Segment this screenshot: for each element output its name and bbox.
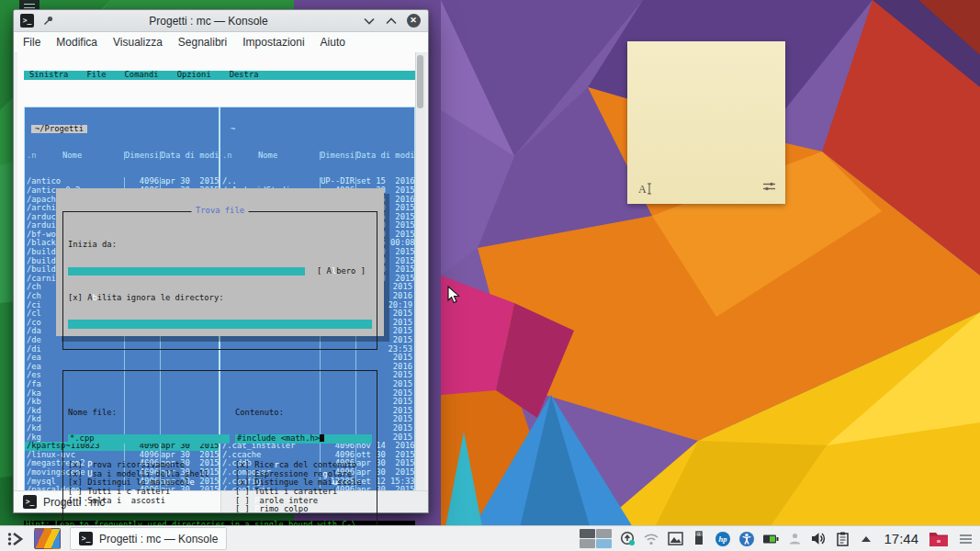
pager-desktop-2[interactable]: [596, 529, 612, 538]
volume-icon[interactable]: [810, 531, 827, 547]
desktop-preview-thumbnail[interactable]: [34, 528, 61, 549]
checkbox-state: [x]: [68, 461, 87, 470]
label-post: olare: [328, 470, 352, 479]
red-folder-icon[interactable]: [928, 529, 950, 549]
ignore-dirs-checkbox[interactable]: [x] Abilita ignora le directory:: [68, 294, 372, 303]
checkbox-state: [x]: [68, 478, 87, 488]
terminal-view[interactable]: SinistraFileComandiOpzioniDestra ~/Proge…: [17, 52, 425, 492]
menu-item[interactable]: Aiuto: [321, 36, 345, 49]
taskbar: >_ Progetti : mc — Konsole: [0, 525, 980, 551]
checkbox-option[interactable]: [ ] Tutti i caratteri: [235, 488, 372, 497]
expand-tray-icon[interactable]: [858, 531, 874, 547]
menu-item[interactable]: Visualizza: [113, 36, 163, 49]
checkbox-option[interactable]: [ ] Primo colpo: [235, 505, 372, 514]
checkbox-option[interactable]: [x] Distingue le maiuscole: [235, 478, 372, 488]
column-size[interactable]: Dimensi: [124, 152, 160, 161]
right-panel-path[interactable]: ~: [227, 125, 239, 134]
tree-button[interactable]: [ Albero ]: [317, 267, 366, 276]
sticky-note-widget[interactable]: A: [627, 41, 785, 204]
label-post: ascosti: [131, 497, 165, 506]
note-settings-icon[interactable]: [762, 179, 776, 196]
content-input[interactable]: #include <math.h>: [235, 434, 372, 444]
label-pre: Tutti i caratteri: [254, 488, 337, 497]
scrollbar-thumb[interactable]: [417, 55, 423, 108]
mc-menu-item[interactable]: Destra: [230, 71, 259, 80]
note-text-cursor[interactable]: A: [638, 183, 652, 197]
column-size[interactable]: Dimensi: [320, 152, 355, 161]
checkbox-state: [ ]: [68, 488, 87, 497]
mc-menu-item[interactable]: File: [86, 71, 106, 80]
menu-item[interactable]: Modifica: [56, 36, 97, 49]
checkbox-option[interactable]: [ ] Parole intere: [235, 497, 372, 506]
column-date[interactable]: Data di modi: [355, 152, 414, 161]
checkbox-option[interactable]: [x] Prova ricorsivamente: [68, 461, 230, 470]
pager-desktop-3[interactable]: [580, 539, 595, 548]
column-name[interactable]: Nome: [39, 152, 124, 161]
user-idle-icon[interactable]: [786, 531, 803, 547]
window-titlebar[interactable]: >_ Progetti : mc — Konsole ✕: [14, 10, 428, 32]
checkbox-option[interactable]: [ ] Tutti i caratteri: [68, 488, 230, 497]
checkbox-option[interactable]: [x] Ricerca del contenuto: [235, 461, 372, 470]
hamburger-menu-icon[interactable]: [957, 531, 974, 547]
left-panel-header[interactable]: .n Nome Dimensi Data di modi: [25, 152, 219, 161]
filename-input[interactable]: *.cpp: [68, 434, 230, 444]
clipboard-icon[interactable]: [834, 531, 850, 547]
dialog-text-cursor: [320, 434, 324, 442]
mc-menu-item[interactable]: Sinistra: [29, 71, 68, 80]
checkbox-state: [ ]: [235, 497, 254, 506]
file-row[interactable]: /..UP--DIRset 15 2016: [220, 177, 414, 186]
close-button[interactable]: ✕: [405, 13, 422, 29]
checkbox-option[interactable]: [ ] Espressione regolare: [235, 470, 372, 479]
midnight-commander: SinistraFileComandiOpzioniDestra ~/Proge…: [24, 53, 415, 551]
label-post: sa i modelli della shell: [92, 470, 208, 479]
battery-icon[interactable]: [762, 531, 779, 547]
usb-device-icon[interactable]: [691, 531, 707, 547]
app-launcher-button[interactable]: [5, 528, 27, 550]
sort-indicator: .n: [25, 152, 39, 161]
accessibility-icon[interactable]: [738, 531, 755, 547]
mc-menu-item[interactable]: Comandi: [125, 71, 159, 80]
file-size: 4096: [124, 177, 160, 186]
task-label: Progetti : mc — Konsole: [99, 533, 218, 545]
column-name[interactable]: Nome: [234, 152, 320, 161]
checkbox-state: [ ]: [235, 470, 254, 479]
maximize-button[interactable]: [383, 13, 400, 29]
menu-item[interactable]: File: [23, 36, 40, 49]
checkbox-option[interactable]: [ ] Salta i nascosti: [68, 497, 230, 506]
dialog-start-section: Trova file Inizia da: [ Albero ] [x] Abi…: [62, 211, 377, 350]
sort-indicator: .n: [220, 152, 234, 161]
minimize-button[interactable]: [361, 13, 377, 29]
konsole-app-icon: >_: [20, 14, 34, 28]
pager-desktop-1[interactable]: [580, 529, 595, 538]
label-post: ratteri: [136, 488, 170, 497]
right-panel-header[interactable]: .n Nome Dimensi Data di modi: [220, 152, 414, 161]
hp-device-icon[interactable]: hp: [715, 531, 731, 547]
updates-icon[interactable]: [619, 531, 636, 547]
ignore-dirs-input[interactable]: [68, 320, 372, 329]
taskbar-clock[interactable]: 17:44: [884, 531, 918, 546]
virtual-desktop-pager[interactable]: [580, 529, 612, 548]
menu-item[interactable]: Segnalibri: [178, 36, 227, 49]
checkbox-state: [x]: [68, 470, 87, 479]
label-post: scole: [337, 478, 361, 488]
left-panel-path[interactable]: ~/Progetti: [31, 125, 87, 134]
terminal-scrollbar[interactable]: [415, 52, 425, 492]
start-dir-input[interactable]: [68, 267, 305, 276]
checkbox-state: [x]: [68, 294, 87, 303]
column-date[interactable]: Data di modi: [160, 152, 219, 161]
checkbox-option[interactable]: [x] Distingui le maiuscole: [68, 478, 230, 488]
wifi-icon[interactable]: [643, 531, 659, 547]
taskbar-task-konsole[interactable]: >_ Progetti : mc — Konsole: [70, 527, 227, 550]
desktop: A >_ Progetti : mc — Konsole ✕ FileModif…: [0, 0, 980, 551]
label-post: arole intere: [259, 497, 318, 506]
label-pre: Salta i: [87, 497, 126, 506]
pin-keep-above-icon[interactable]: [39, 13, 56, 29]
file-row[interactable]: /antico4096apr 30 2015: [25, 177, 219, 186]
filename-label: Nome file:: [68, 409, 230, 418]
menu-item[interactable]: Impostazioni: [242, 36, 304, 49]
mc-menu-item[interactable]: Opzioni: [177, 71, 211, 80]
label-post: ca del contenuto: [279, 461, 357, 470]
image-frame-icon[interactable]: [667, 531, 683, 547]
checkbox-option[interactable]: [x] Usa i modelli della shell: [68, 470, 230, 479]
pager-desktop-4[interactable]: [596, 539, 612, 548]
